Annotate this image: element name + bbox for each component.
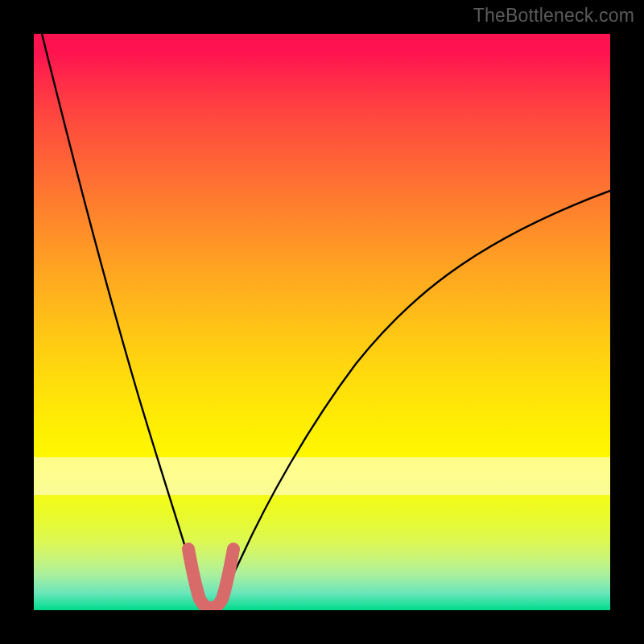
chart-svg xyxy=(34,34,610,610)
marker-band xyxy=(188,549,233,608)
chart-container: TheBottleneck.com xyxy=(0,0,644,644)
plot-area xyxy=(34,34,610,610)
watermark-text: TheBottleneck.com xyxy=(473,5,634,27)
bottleneck-curve xyxy=(42,34,610,607)
